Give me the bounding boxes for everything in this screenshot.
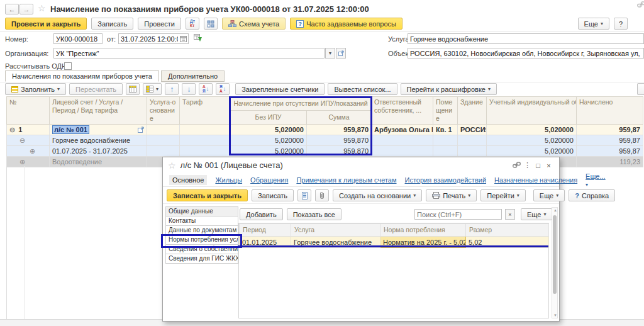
- close-button[interactable]: ×: [543, 162, 554, 169]
- cell-service-basis[interactable]: [147, 146, 180, 157]
- add-button[interactable]: Добавить: [240, 208, 283, 220]
- attachments-button[interactable]: [315, 189, 329, 201]
- scroll-up-icon[interactable]: ▲: [553, 208, 558, 212]
- sidebar-item-contacts[interactable]: Контакты: [165, 216, 238, 226]
- link-icon[interactable]: [637, 1, 644, 8]
- nav-residents[interactable]: Жильцы: [215, 176, 242, 184]
- cell-accrued[interactable]: 959,87: [577, 125, 643, 135]
- cell-sum[interactable]: 959,870: [307, 125, 372, 135]
- date-input[interactable]: [118, 33, 189, 44]
- sort-desc-button[interactable]: ЯА↓: [216, 83, 230, 95]
- save-button[interactable]: Записать: [252, 189, 294, 201]
- org-open-button[interactable]: [336, 48, 346, 59]
- cell-owner[interactable]: [372, 135, 433, 146]
- tab-accruals[interactable]: Начисления по показаниям приборов учета: [5, 70, 159, 82]
- org-dropdown-button[interactable]: ▾: [325, 48, 335, 59]
- goto-decode-button[interactable]: Перейти к расшифровке▾: [401, 83, 497, 95]
- scroll-down-icon[interactable]: ▼: [553, 313, 558, 317]
- cell-no-meter[interactable]: 5,020000: [230, 135, 307, 146]
- cell-owner[interactable]: Арбузова Ольга Петро...: [372, 125, 433, 135]
- cell-no-meter[interactable]: 5,020000: [230, 125, 307, 135]
- cell-building[interactable]: [458, 135, 487, 146]
- cell-service[interactable]: Горячее водоснабжение: [291, 237, 380, 248]
- set-current-date-icon[interactable]: [194, 34, 203, 42]
- dtkt-button[interactable]: ДтКт: [186, 18, 199, 30]
- clear-search-button[interactable]: ×: [505, 209, 515, 220]
- cell-sum[interactable]: 959,870: [307, 146, 372, 157]
- search-input[interactable]: [414, 209, 502, 220]
- dialog-more-button[interactable]: Еще▾: [533, 189, 565, 201]
- sidebar-item-gis-zhkh[interactable]: Сведения для ГИС ЖКХ: [165, 254, 238, 264]
- show-all-button[interactable]: Показать все: [287, 208, 341, 220]
- expand-icon[interactable]: ⊕: [19, 158, 25, 166]
- move-up-button[interactable]: ↑: [165, 83, 179, 95]
- more-button[interactable]: Еще▾: [578, 18, 609, 30]
- organization-input[interactable]: [53, 48, 325, 59]
- add-row-button[interactable]: [126, 83, 140, 95]
- cell-building[interactable]: [458, 146, 487, 157]
- cell-account[interactable]: л/с № 001: [50, 125, 147, 135]
- save-and-close-button[interactable]: Записать и закрыть: [167, 189, 248, 201]
- calendar-icon[interactable]: [180, 35, 187, 42]
- sidebar-item-documents[interactable]: Данные по документам: [165, 225, 238, 235]
- cell-account[interactable]: Водоотведение: [50, 157, 147, 167]
- favorite-star-icon[interactable]: ☆: [38, 3, 46, 13]
- cell-building[interactable]: РОССИЯ,...: [458, 125, 487, 135]
- cell-room[interactable]: [433, 146, 458, 157]
- faq-button[interactable]: ? Часто задаваемые вопросы: [290, 18, 402, 30]
- nav-notes[interactable]: Примечания к лицевым счетам: [296, 176, 396, 184]
- scrollbar-thumb[interactable]: [553, 215, 557, 294]
- expand-icon[interactable]: ⊕: [30, 147, 35, 155]
- cell-room[interactable]: [433, 135, 458, 146]
- print-button[interactable]: Печать▾: [426, 189, 477, 201]
- cell-tariff[interactable]: [180, 146, 230, 157]
- output-list-button[interactable]: Вывести список...: [328, 83, 397, 95]
- cell-volume[interactable]: 5,020000: [487, 135, 577, 146]
- post-button[interactable]: Провести: [138, 18, 181, 30]
- cell-tariff[interactable]: [180, 125, 230, 135]
- sidebar-item-consumption-norms[interactable]: Нормы потребления услуг: [165, 235, 238, 245]
- back-button[interactable]: ←: [5, 4, 19, 14]
- cell-accrued[interactable]: 959,87: [577, 146, 643, 157]
- number-input[interactable]: [53, 33, 103, 44]
- cell-account[interactable]: 01.07.2025 - 31.07.2025: [50, 146, 147, 157]
- cell-service-basis[interactable]: [147, 135, 180, 146]
- scheme-button[interactable]: Схема учета: [222, 18, 286, 30]
- cell-num[interactable]: ⊕: [7, 157, 50, 167]
- sidebar-item-owner-info[interactable]: Сведения о собственнике: [165, 244, 238, 254]
- cell-owner[interactable]: [372, 146, 433, 157]
- cell-accrued[interactable]: 119,23: [577, 157, 643, 167]
- nav-more[interactable]: Еще... ▾: [586, 172, 606, 188]
- cell-account[interactable]: Горячее водоснабжение: [50, 135, 147, 146]
- cell-sum[interactable]: 959,870: [307, 135, 372, 146]
- cell-volume[interactable]: 5,020000: [487, 125, 577, 135]
- service-input[interactable]: [408, 33, 644, 44]
- collapse-icon[interactable]: ⊖: [19, 137, 25, 144]
- goto-button[interactable]: Перейти▾: [480, 189, 526, 201]
- document-structure-button[interactable]: [204, 18, 218, 30]
- cell-service-basis[interactable]: [147, 125, 180, 135]
- open-icon[interactable]: [138, 126, 144, 134]
- cell-size[interactable]: 5,02: [466, 237, 549, 248]
- list-more-button[interactable]: Еще▾: [521, 208, 552, 220]
- get-link-button[interactable]: [511, 162, 522, 169]
- odn-checkbox[interactable]: [64, 62, 72, 70]
- toolbar-overflow-button[interactable]: [637, 83, 644, 95]
- sort-asc-button[interactable]: АЯ↓: [199, 83, 213, 95]
- tab-additional[interactable]: Дополнительно: [161, 70, 225, 82]
- forward-button[interactable]: →: [19, 4, 33, 14]
- cell-num[interactable]: ⊖1: [7, 125, 50, 135]
- collapse-icon[interactable]: ⊖: [9, 126, 15, 133]
- cell-period[interactable]: 01.01.2025: [240, 237, 291, 248]
- maximize-button[interactable]: □: [533, 162, 543, 169]
- nav-main[interactable]: Основное: [169, 175, 207, 185]
- post-and-close-button[interactable]: Провести и закрыть: [5, 18, 87, 30]
- cell-norm[interactable]: Норматив на 2025 г. - 5,02: [380, 237, 466, 248]
- cell-num[interactable]: ⊕: [7, 146, 50, 157]
- cell-tariff[interactable]: [180, 135, 230, 146]
- cell-room[interactable]: Кв. 1: [433, 125, 458, 135]
- recalculate-button[interactable]: Пересчитать: [69, 83, 123, 95]
- nav-assigned-accruals[interactable]: Назначенные начисления: [494, 176, 577, 184]
- cell-num[interactable]: ⊖: [7, 135, 50, 146]
- group-mode-button[interactable]: ▾: [143, 83, 162, 95]
